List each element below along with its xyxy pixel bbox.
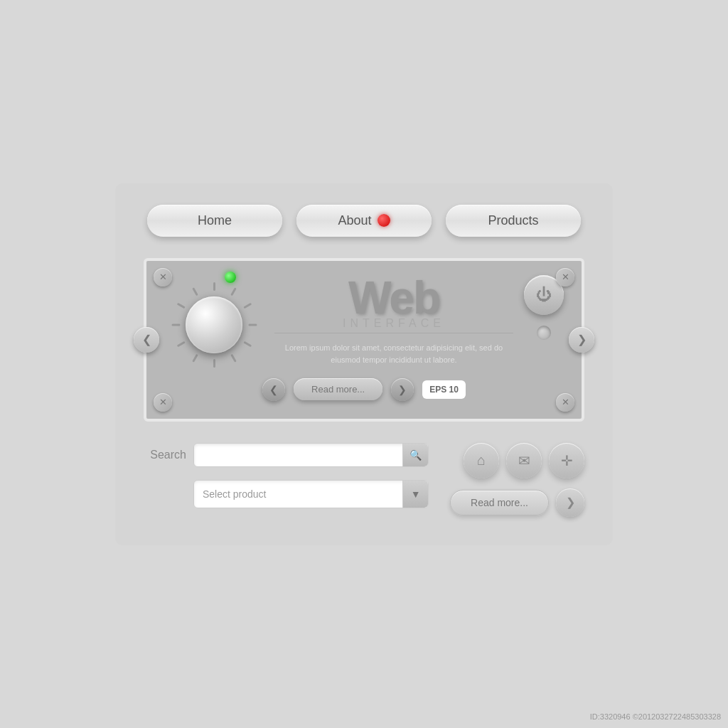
arrow-right-icon: ❯ [566,496,575,509]
read-more-button[interactable]: Read more... [450,490,549,515]
products-label: Products [488,213,538,228]
move-icon: ✛ [561,452,573,469]
close-br-button[interactable]: ✕ [556,393,574,412]
main-panel: ✕ ✕ ✕ ✕ ❮ ❯ [144,258,584,422]
eps-badge: EPS 10 [422,380,466,399]
knob-circle [186,296,242,353]
panel-bottom-next[interactable]: ❯ [391,378,414,401]
bottom-section: Search 🔍 Select product ▼ [144,443,584,517]
panel-bottom-controls: ❮ Read more... ❯ EPS 10 [164,378,564,401]
main-container: Home About Products ✕ ✕ ✕ ✕ ❮ ❯ [115,183,613,545]
panel-read-more-label: Read more... [311,384,365,395]
home-icon-button[interactable]: ⌂ [464,443,499,478]
small-led [537,326,551,340]
search-button[interactable]: 🔍 [402,444,428,466]
arrow-right-button[interactable]: ❯ [556,488,584,517]
panel-right: ⏻ [524,275,564,340]
icon-buttons-row: ⌂ ✉ ✛ [464,443,584,478]
select-placeholder: Select product [194,482,402,506]
bottom-left: Search 🔍 Select product ▼ [144,443,429,508]
read-more-row: Read more... ❯ [450,488,584,517]
panel-next-button[interactable]: ❯ [569,327,594,353]
search-row: Search 🔍 [144,443,429,467]
chevron-down-icon: ▼ [411,488,421,500]
product-select[interactable]: Select product ▼ [193,480,429,508]
nav-bar: Home About Products [144,205,584,237]
search-label: Search [144,449,186,461]
knob-area [164,275,264,368]
panel-content: Web INTERFACE Lorem ipsum dolor sit amet… [274,275,513,367]
about-label: About [338,213,371,228]
mail-icon-button[interactable]: ✉ [506,443,542,478]
home-label: Home [198,213,232,228]
home-icon: ⌂ [477,452,486,469]
knob-dial[interactable] [171,282,257,368]
products-button[interactable]: Products [446,205,581,237]
panel-prev-button[interactable]: ❮ [134,327,159,353]
search-input[interactable] [194,444,402,466]
select-row: Select product ▼ [193,480,429,508]
about-button[interactable]: About [296,205,432,237]
panel-read-more-button[interactable]: Read more... [294,378,382,400]
search-input-wrap: 🔍 [193,443,429,467]
lorem-text: Lorem ipsum dolor sit amet, consectetur … [274,342,513,367]
red-indicator [378,214,390,227]
close-tr-button[interactable]: ✕ [556,268,574,287]
move-icon-button[interactable]: ✛ [549,443,584,478]
interface-title: INTERFACE [274,317,513,333]
select-dropdown-button[interactable]: ▼ [402,481,428,508]
read-more-label: Read more... [471,497,528,508]
bottom-right: ⌂ ✉ ✛ Read more... ❯ [450,443,584,517]
close-bl-button[interactable]: ✕ [154,393,172,412]
search-icon: 🔍 [410,449,422,461]
mail-icon: ✉ [518,452,530,469]
panel-top-row: Web INTERFACE Lorem ipsum dolor sit amet… [164,275,564,368]
watermark: ID:3320946 ©2012032722485303328 [590,712,721,721]
web-title: Web [348,275,439,321]
panel-bottom-prev[interactable]: ❮ [262,378,285,401]
home-button[interactable]: Home [147,205,282,237]
